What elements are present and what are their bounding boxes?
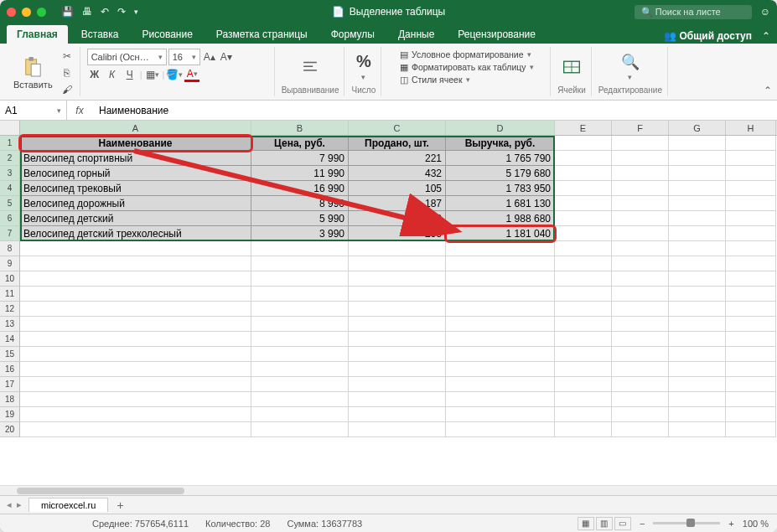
- cell[interactable]: [349, 392, 446, 407]
- column-header-C[interactable]: C: [349, 121, 446, 135]
- column-header-A[interactable]: A: [20, 121, 251, 135]
- cell[interactable]: [349, 377, 446, 392]
- row-header[interactable]: 7: [0, 226, 20, 241]
- bold-button[interactable]: Ж: [87, 67, 102, 82]
- cell[interactable]: [446, 377, 555, 392]
- cell[interactable]: [555, 317, 612, 332]
- cell[interactable]: [669, 181, 726, 196]
- row-header[interactable]: 14: [0, 332, 20, 347]
- cell[interactable]: 1 988 680: [446, 211, 555, 226]
- cell[interactable]: [612, 377, 669, 392]
- cell[interactable]: [726, 302, 776, 317]
- cell[interactable]: [612, 211, 669, 226]
- cell[interactable]: Велосипед спортивный: [20, 151, 251, 166]
- cell[interactable]: [555, 392, 612, 407]
- cell[interactable]: [669, 407, 726, 422]
- zoom-level[interactable]: 100 %: [743, 519, 769, 529]
- cell[interactable]: [612, 302, 669, 317]
- cell[interactable]: [446, 241, 555, 256]
- cell[interactable]: [251, 347, 349, 362]
- save-icon[interactable]: 💾: [61, 6, 74, 18]
- cell[interactable]: [669, 151, 726, 166]
- cell[interactable]: [20, 256, 251, 271]
- border-icon[interactable]: ▦▾: [145, 67, 160, 82]
- cell[interactable]: [726, 362, 776, 377]
- cell[interactable]: [251, 422, 349, 437]
- cell[interactable]: [446, 302, 555, 317]
- cell[interactable]: [726, 256, 776, 271]
- column-header-B[interactable]: B: [251, 121, 349, 135]
- tab-page-layout[interactable]: Разметка страницы: [206, 25, 318, 44]
- row-header[interactable]: 20: [0, 422, 20, 437]
- select-all-corner[interactable]: [0, 121, 20, 135]
- cell[interactable]: [349, 317, 446, 332]
- alignment-button[interactable]: [298, 54, 323, 80]
- user-icon[interactable]: ☺: [760, 6, 770, 18]
- cell[interactable]: [726, 211, 776, 226]
- add-sheet-button[interactable]: +: [108, 498, 132, 512]
- cell[interactable]: [669, 256, 726, 271]
- cell[interactable]: [612, 392, 669, 407]
- cell[interactable]: Велосипед дорожный: [20, 196, 251, 211]
- cell[interactable]: [612, 256, 669, 271]
- cell[interactable]: [446, 347, 555, 362]
- fx-icon[interactable]: fx: [67, 105, 92, 116]
- cell[interactable]: [349, 422, 446, 437]
- cell[interactable]: [669, 332, 726, 347]
- close-window-button[interactable]: [7, 8, 16, 17]
- tab-draw[interactable]: Рисование: [132, 25, 202, 44]
- cell[interactable]: [555, 377, 612, 392]
- copy-icon[interactable]: ⎘: [60, 65, 75, 80]
- share-button[interactable]: 👥 Общий доступ: [664, 30, 752, 42]
- cell[interactable]: [726, 271, 776, 287]
- paste-button[interactable]: Вставить: [10, 54, 56, 91]
- format-painter-icon[interactable]: 🖌: [60, 82, 75, 97]
- cell[interactable]: [726, 151, 776, 166]
- cell[interactable]: [612, 422, 669, 437]
- cell[interactable]: [726, 241, 776, 256]
- row-header[interactable]: 12: [0, 302, 20, 317]
- name-box[interactable]: A1▾: [0, 101, 67, 120]
- fill-color-icon[interactable]: 🪣▾: [167, 67, 182, 82]
- cell[interactable]: Выручка, руб.: [446, 136, 555, 151]
- cell[interactable]: [555, 362, 612, 377]
- cell[interactable]: [446, 271, 555, 287]
- underline-button[interactable]: Ч: [122, 67, 137, 82]
- cell[interactable]: Велосипед детский: [20, 211, 251, 226]
- cell[interactable]: [446, 317, 555, 332]
- cell[interactable]: [726, 181, 776, 196]
- column-header-D[interactable]: D: [446, 121, 555, 135]
- conditional-formatting-button[interactable]: ▤Условное форматирование▾: [398, 49, 536, 60]
- font-name-select[interactable]: Calibri (Осн…▾: [87, 49, 167, 65]
- cells-button[interactable]: [559, 54, 584, 80]
- cell-styles-button[interactable]: ◫Стили ячеек▾: [398, 74, 536, 85]
- cell[interactable]: [20, 241, 251, 256]
- cell[interactable]: [612, 287, 669, 302]
- cell[interactable]: [726, 166, 776, 181]
- cell[interactable]: [726, 196, 776, 211]
- row-header[interactable]: 6: [0, 211, 20, 226]
- cell[interactable]: [555, 226, 612, 241]
- row-header[interactable]: 11: [0, 287, 20, 302]
- cell[interactable]: [349, 241, 446, 256]
- cell[interactable]: [20, 392, 251, 407]
- cell[interactable]: [251, 256, 349, 271]
- formula-input[interactable]: Наименование: [92, 105, 777, 116]
- cell[interactable]: [251, 362, 349, 377]
- cell[interactable]: [251, 302, 349, 317]
- row-header[interactable]: 9: [0, 256, 20, 271]
- cell[interactable]: 432: [349, 166, 446, 181]
- view-pagebreak-icon[interactable]: ▭: [614, 517, 631, 530]
- cell[interactable]: [726, 332, 776, 347]
- row-header[interactable]: 18: [0, 392, 20, 407]
- cell[interactable]: [612, 317, 669, 332]
- cell[interactable]: Цена, руб.: [251, 136, 349, 151]
- cell[interactable]: 5 179 680: [446, 166, 555, 181]
- cell[interactable]: [726, 347, 776, 362]
- row-header[interactable]: 10: [0, 271, 20, 287]
- cell[interactable]: [726, 287, 776, 302]
- cell[interactable]: [726, 422, 776, 437]
- number-format-button[interactable]: % ▾: [353, 50, 375, 83]
- cell[interactable]: 1 181 040: [446, 226, 555, 241]
- cell[interactable]: [20, 287, 251, 302]
